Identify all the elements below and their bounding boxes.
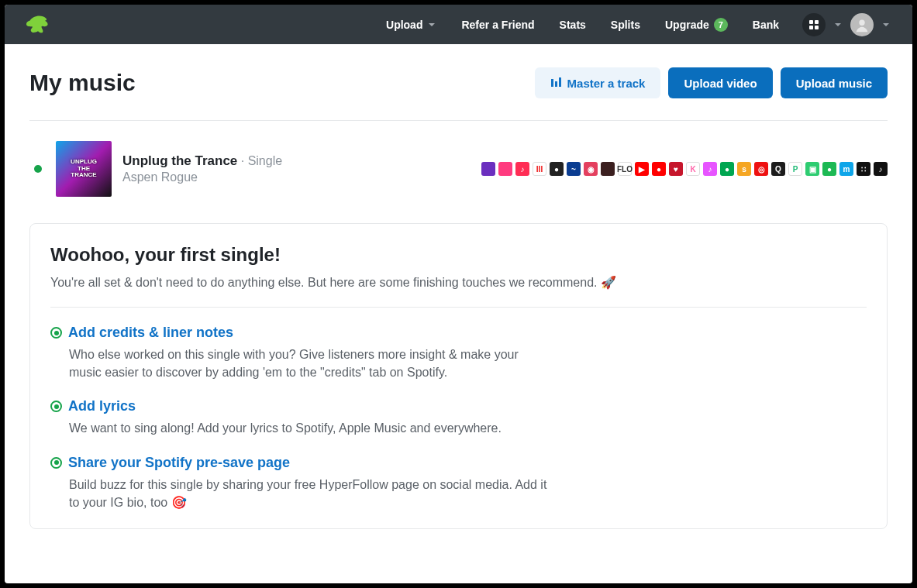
store-icon[interactable]: ● bbox=[822, 162, 836, 176]
nav-upgrade[interactable]: Upgrade 7 bbox=[665, 18, 728, 32]
svg-rect-6 bbox=[551, 79, 553, 87]
store-icon[interactable]: ● bbox=[652, 162, 666, 176]
store-icon[interactable]: Q bbox=[771, 162, 785, 176]
recommendation-link[interactable]: Add credits & liner notes bbox=[68, 325, 233, 341]
master-track-button[interactable]: Master a track bbox=[535, 67, 661, 98]
recommendation-item: Add credits & liner notesWho else worked… bbox=[50, 325, 867, 381]
album-cover[interactable] bbox=[56, 141, 112, 197]
store-icon[interactable]: K bbox=[686, 162, 700, 176]
nav-stats[interactable]: Stats bbox=[560, 19, 586, 31]
store-icon[interactable]: ♪ bbox=[515, 162, 529, 176]
store-icon[interactable]: ▣ bbox=[805, 162, 819, 176]
apps-button[interactable] bbox=[802, 13, 826, 36]
bullet-icon bbox=[50, 327, 62, 339]
store-icon[interactable]: ◉ bbox=[584, 162, 598, 176]
store-icon[interactable]: m bbox=[839, 162, 853, 176]
card-sub: You're all set & don't need to do anythi… bbox=[50, 275, 867, 308]
store-icon[interactable]: ♪ bbox=[703, 162, 717, 176]
upgrade-badge: 7 bbox=[714, 18, 728, 32]
top-nav: Upload Refer a Friend Stats Splits Upgra… bbox=[5, 5, 912, 44]
chevron-down-icon[interactable] bbox=[833, 20, 843, 29]
recommendation-body: Build buzz for this single by sharing yo… bbox=[69, 476, 550, 511]
store-icon[interactable]: ● bbox=[720, 162, 734, 176]
logo-icon bbox=[26, 15, 50, 35]
equalizer-icon bbox=[550, 77, 561, 88]
store-icon[interactable]: ~ bbox=[567, 162, 581, 176]
chevron-down-icon[interactable] bbox=[881, 20, 891, 29]
store-icon[interactable]: ♥ bbox=[669, 162, 683, 176]
release-type: · Single bbox=[237, 154, 282, 167]
release-title: Unplug the Trance bbox=[122, 153, 237, 168]
grid-icon bbox=[808, 19, 819, 30]
chevron-down-icon bbox=[427, 20, 436, 29]
store-icon[interactable]: P bbox=[788, 162, 802, 176]
store-icon[interactable]: ◎ bbox=[754, 162, 768, 176]
nav-bank[interactable]: Bank bbox=[753, 19, 779, 31]
nav-splits[interactable]: Splits bbox=[611, 19, 640, 31]
recommendation-body: We want to sing along! Add your lyrics t… bbox=[69, 419, 550, 437]
svg-rect-3 bbox=[815, 26, 819, 29]
store-icon[interactable]: III bbox=[533, 162, 546, 176]
status-dot-live bbox=[34, 165, 42, 173]
header-actions: Master a track Upload video Upload music bbox=[535, 67, 888, 98]
store-icons: ♪III●~◉FLO▶●♥K♪●s◎QP▣●m∷♪ bbox=[481, 162, 888, 176]
bullet-icon bbox=[50, 401, 62, 412]
card-heading: Woohoo, your first single! bbox=[50, 244, 867, 266]
avatar[interactable] bbox=[850, 13, 874, 36]
store-icon[interactable]: ♪ bbox=[874, 162, 888, 176]
store-icon[interactable]: FLO bbox=[618, 162, 632, 176]
header-row: My music Master a track Upload video Upl… bbox=[29, 67, 888, 121]
store-icon[interactable]: ∷ bbox=[857, 162, 870, 176]
recommendation-body: Who else worked on this single with you?… bbox=[69, 346, 550, 381]
recommendation-link[interactable]: Share your Spotify pre-save page bbox=[68, 455, 290, 471]
store-icon[interactable] bbox=[601, 162, 615, 176]
store-icon[interactable] bbox=[481, 162, 495, 176]
nav-upload[interactable]: Upload bbox=[386, 19, 436, 31]
nav-refer[interactable]: Refer a Friend bbox=[461, 19, 534, 31]
recommendation-item: Add lyricsWe want to sing along! Add you… bbox=[50, 398, 867, 437]
svg-rect-0 bbox=[809, 20, 813, 24]
svg-point-5 bbox=[859, 19, 864, 25]
recommendation-link[interactable]: Add lyrics bbox=[68, 398, 136, 414]
svg-rect-8 bbox=[559, 77, 561, 87]
store-icon[interactable]: ● bbox=[550, 162, 564, 176]
onboarding-card: Woohoo, your first single! You're all se… bbox=[29, 223, 888, 529]
store-icon[interactable]: s bbox=[737, 162, 751, 176]
upload-music-button[interactable]: Upload music bbox=[781, 67, 888, 98]
bullet-icon bbox=[50, 457, 62, 469]
release-row[interactable]: Unplug the Trance · Single Aspen Rogue ♪… bbox=[29, 121, 888, 205]
nav-upload-label: Upload bbox=[386, 19, 422, 31]
upload-video-button[interactable]: Upload video bbox=[668, 67, 772, 98]
svg-rect-2 bbox=[809, 26, 813, 29]
svg-rect-1 bbox=[815, 20, 819, 24]
store-icon[interactable]: ▶ bbox=[635, 162, 649, 176]
page-title: My music bbox=[29, 70, 136, 96]
recommendation-item: Share your Spotify pre-save pageBuild bu… bbox=[50, 455, 867, 511]
content: My music Master a track Upload video Upl… bbox=[5, 44, 912, 583]
user-icon bbox=[853, 16, 870, 33]
svg-rect-7 bbox=[555, 81, 557, 87]
release-meta: Unplug the Trance · Single Aspen Rogue bbox=[122, 153, 282, 184]
release-artist: Aspen Rogue bbox=[122, 170, 282, 184]
store-icon[interactable] bbox=[498, 162, 512, 176]
